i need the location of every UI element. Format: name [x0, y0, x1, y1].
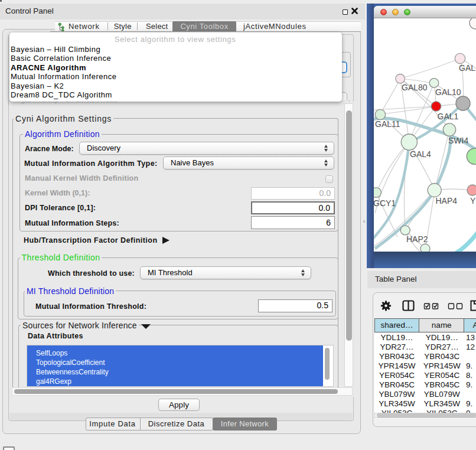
svg-text:GAL10: GAL10: [435, 87, 461, 97]
svg-text:SWI4: SWI4: [448, 136, 468, 145]
svg-text:GAL4: GAL4: [410, 149, 431, 159]
svg-text:GCY1: GCY1: [374, 198, 396, 208]
svg-text:GAL1: GAL1: [438, 112, 459, 121]
svg-text:Y: Y: [470, 196, 476, 206]
svg-text:GAL11: GAL11: [375, 119, 400, 129]
svg-text:GAL: GAL: [459, 63, 475, 73]
svg-text:HAP4: HAP4: [436, 196, 458, 206]
svg-text:HAP2: HAP2: [406, 234, 428, 244]
svg-text:GAL80: GAL80: [402, 83, 428, 92]
